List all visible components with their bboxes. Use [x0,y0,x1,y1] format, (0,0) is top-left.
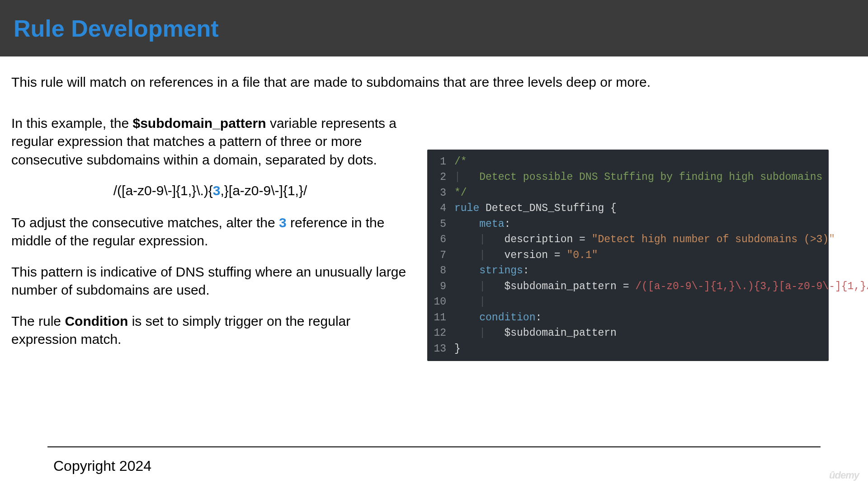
token-rulename: Detect_DNS_Stuffing [479,201,610,216]
slide-header: Rule Development [0,0,868,56]
line-number: 4 [427,201,454,216]
token-eq: = [617,279,635,295]
paragraph-3: This pattern is indicative of DNS stuffi… [11,263,409,300]
code-line-12: 12 | $subdomain_pattern [427,325,829,341]
line-number: 2 [427,169,454,185]
explanation-column: In this example, the $subdomain_pattern … [11,114,409,361]
copyright-text: Copyright 2024 [53,458,151,474]
token-variable: $subdomain_pattern [504,325,616,341]
code-line-11: 11 condition: [427,310,829,326]
token-brace: } [454,341,461,357]
code-line-2: 2| Detect possible DNS Stuffing by findi… [427,169,829,185]
token-regex: /([a-z0-9\-]{1,}\.){3,}[a-z0-9\-]{1,}/ [635,279,868,295]
p4-before: The rule [11,314,65,328]
p4-bold: Condition [65,314,128,328]
p2-highlight: 3 [279,215,287,230]
token-section: meta [479,216,504,232]
code-column: 1/* 2| Detect possible DNS Stuffing by f… [427,114,857,361]
indent-guide [454,263,479,279]
udemy-watermark: ûdemy [829,469,859,481]
code-line-9: 9 | $subdomain_pattern = /([a-z0-9\-]{1,… [427,279,829,295]
token-colon: : [535,310,542,326]
token-section: condition [479,310,535,326]
paragraph-4: The rule Condition is set to simply trig… [11,312,409,349]
code-line-13: 13} [427,341,829,357]
indent-guide: | [454,248,504,263]
indent-guide: | [454,169,479,185]
token-brace: { [610,201,617,216]
indent-guide: | [454,325,504,341]
content-columns: In this example, the $subdomain_pattern … [11,114,857,361]
token-keyword: rule [454,201,479,216]
code-line-3: 3*/ [427,185,829,201]
intro-text: This rule will match on references in a … [11,73,857,92]
footer-divider [47,446,821,447]
line-number: 1 [427,154,454,170]
line-number: 12 [427,325,454,341]
token-colon: : [523,263,529,279]
paragraph-2: To adjust the consecutive matches, alter… [11,214,409,250]
token-eq: = [548,248,566,263]
line-number: 8 [427,263,454,279]
code-line-4: 4rule Detect_DNS_Stuffing { [427,201,829,216]
slide-body: This rule will match on references in a … [0,56,868,459]
code-line-5: 5 meta: [427,216,829,232]
token-field: description [504,232,573,248]
code-line-8: 8 strings: [427,263,829,279]
line-number: 10 [427,294,454,310]
token-colon: : [504,216,510,232]
token-comment: /* [454,154,467,170]
p1-before: In this example, the [11,116,132,131]
line-number: 5 [427,216,454,232]
p1-variable: $subdomain_pattern [132,116,266,131]
line-number: 7 [427,248,454,263]
yara-code-block: 1/* 2| Detect possible DNS Stuffing by f… [427,150,829,361]
indent-guide: | [454,294,504,310]
line-number: 9 [427,279,454,295]
line-number: 3 [427,185,454,201]
code-line-7: 7 | version = "0.1" [427,248,829,263]
regex-after: ,}[a-z0-9\-]{1,}/ [221,183,307,198]
regex-before: /([a-z0-9\-]{1,}\.){ [113,183,213,198]
regex-highlight: 3 [213,183,221,198]
indent-guide [454,216,479,232]
line-number: 6 [427,232,454,248]
p2-before: To adjust the consecutive matches, alter… [11,215,279,230]
paragraph-1: In this example, the $subdomain_pattern … [11,114,409,169]
token-eq: = [573,232,591,248]
code-line-6: 6 | description = "Detect high number of… [427,232,829,248]
token-section: strings [479,263,523,279]
line-number: 11 [427,310,454,326]
line-number: 13 [427,341,454,357]
token-comment: Detect possible DNS Stuffing by finding … [479,169,822,185]
regex-display: /([a-z0-9\-]{1,}\.){3,}[a-z0-9\-]{1,}/ [11,182,409,200]
indent-guide [454,310,479,326]
token-string: "0.1" [566,248,598,263]
token-comment: */ [454,185,467,201]
code-line-1: 1/* [427,154,829,170]
token-string: "Detect high number of subdomains (>3)" [592,232,835,248]
code-line-10: 10 | [427,294,829,310]
slide-title: Rule Development [14,15,219,42]
token-variable: $subdomain_pattern [504,279,616,295]
indent-guide: | [454,232,504,248]
token-field: version [504,248,548,263]
indent-guide: | [454,279,504,295]
